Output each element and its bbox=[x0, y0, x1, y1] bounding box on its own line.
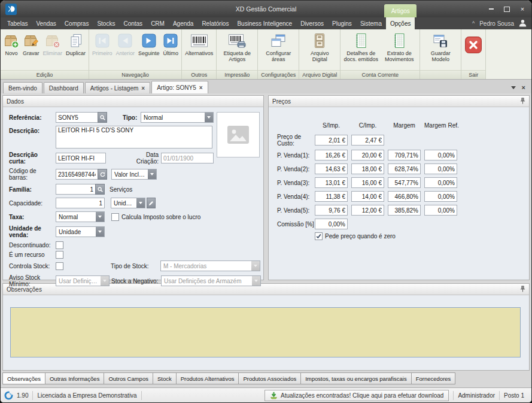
tab-list-dropdown-icon[interactable] bbox=[511, 86, 516, 89]
price-field[interactable] bbox=[315, 150, 348, 160]
price-field[interactable] bbox=[315, 205, 348, 216]
familia-input[interactable] bbox=[56, 184, 95, 195]
menu-item-stocks[interactable]: Stocks bbox=[93, 17, 119, 29]
menu-item-tabelas[interactable]: Tabelas bbox=[3, 17, 32, 29]
ribbon-button-ultimo[interactable]: Último bbox=[162, 31, 181, 57]
capacidade-input[interactable] bbox=[56, 198, 105, 208]
contextual-tab-artigos[interactable]: Artigos bbox=[384, 4, 417, 17]
recurso-checkbox[interactable] bbox=[56, 251, 63, 259]
taxa-select[interactable]: Normal bbox=[56, 211, 105, 222]
bottom-tab-produtos-associados[interactable]: Produtos Associados bbox=[238, 372, 301, 384]
menu-item-relatorios[interactable]: Relatórios bbox=[197, 17, 233, 29]
bottom-tab-outros-campos[interactable]: Outros Campos bbox=[104, 372, 153, 384]
ribbon-button-extrato-de-movimentos[interactable]: Extrato de Movimentos bbox=[380, 31, 418, 63]
price-field[interactable] bbox=[424, 205, 457, 216]
user-area[interactable]: ^ Pedro Sousa bbox=[472, 17, 529, 29]
ribbon-button-gravar[interactable]: Gravar bbox=[21, 31, 41, 57]
observacoes-textarea[interactable] bbox=[10, 307, 521, 357]
maximize-button[interactable] bbox=[503, 5, 511, 13]
ribbon-button-sair[interactable] bbox=[463, 31, 484, 54]
ribbon-button-novo[interactable]: Novo bbox=[2, 31, 21, 57]
minimize-button[interactable] bbox=[487, 5, 495, 13]
bottom-tab-produtos-alternativos[interactable]: Produtos Alternativos bbox=[176, 372, 239, 384]
ribbon-button-alternativos[interactable]: Alternativos bbox=[183, 31, 215, 57]
pin-icon[interactable] bbox=[520, 98, 525, 105]
codigo-barras-input[interactable] bbox=[56, 169, 98, 180]
price-field[interactable] bbox=[315, 191, 348, 202]
bottom-tab-impostos-taxas-ou-encargos-parafiscais[interactable]: Impostos, taxas ou encargos parafiscais bbox=[300, 372, 412, 384]
price-field[interactable] bbox=[315, 219, 348, 229]
price-field[interactable] bbox=[424, 191, 457, 202]
ribbon-button-etiqueta-de-artigos[interactable]: Etiqueta de Artigos bbox=[218, 31, 256, 63]
menu-item-crm[interactable]: CRM bbox=[147, 17, 169, 29]
descontinuado-checkbox[interactable] bbox=[56, 241, 63, 249]
collapse-ribbon-icon[interactable]: ^ bbox=[472, 20, 475, 26]
codigo-barras-generate-button[interactable] bbox=[98, 169, 107, 180]
menu-item-business-inteligence[interactable]: Business Inteligence bbox=[233, 17, 296, 29]
close-tab-icon[interactable]: × bbox=[199, 84, 203, 91]
ribbon-button-seguinte[interactable]: Seguinte bbox=[136, 31, 162, 57]
ribbon-button-detalhes-de-docs-emitidos[interactable]: Detalhes de docs. emitidos bbox=[342, 31, 380, 63]
menu-item-plugins[interactable]: Plugins bbox=[328, 17, 356, 29]
price-field[interactable] bbox=[424, 177, 457, 188]
pin-icon[interactable] bbox=[520, 286, 525, 293]
price-field[interactable] bbox=[388, 163, 421, 174]
menu-item-diversos[interactable]: Diversos bbox=[296, 17, 328, 29]
descricao-textarea[interactable]: LEITOR HI-FI 5 CD'S SONY bbox=[56, 126, 212, 149]
price-field[interactable] bbox=[388, 150, 421, 160]
tab-bem-vindo[interactable]: Bem-vindo bbox=[3, 82, 42, 93]
descricao-curta-input[interactable] bbox=[56, 153, 106, 163]
menu-item-vendas[interactable]: Vendas bbox=[32, 17, 60, 29]
price-field[interactable] bbox=[424, 150, 457, 160]
stock-negativo-label: Stock a Negativo: bbox=[111, 278, 161, 284]
price-field[interactable] bbox=[388, 191, 421, 202]
menu-item-compras[interactable]: Compras bbox=[60, 17, 93, 29]
menu-item-sistema[interactable]: Sistema bbox=[356, 17, 386, 29]
tab-artigo-sony5[interactable]: Artigo: SONY5× bbox=[151, 81, 208, 93]
pede-preco-checkbox[interactable] bbox=[315, 232, 323, 240]
price-field[interactable] bbox=[388, 177, 421, 188]
price-field[interactable] bbox=[351, 205, 384, 216]
price-field[interactable] bbox=[351, 177, 384, 188]
price-field[interactable] bbox=[315, 135, 348, 146]
referencia-input[interactable] bbox=[56, 112, 98, 123]
ribbon-button-duplicar[interactable]: Duplicar bbox=[64, 31, 87, 57]
data-criacao-input[interactable] bbox=[161, 153, 214, 163]
bottom-tab-stock[interactable]: Stock bbox=[153, 372, 177, 384]
valor-incluido-select[interactable]: Valor Incluído bbox=[111, 169, 157, 180]
bottom-tab-outras-informacoes[interactable]: Outras Informações bbox=[45, 372, 104, 384]
price-field[interactable] bbox=[315, 177, 348, 188]
price-field[interactable] bbox=[351, 191, 384, 202]
close-button[interactable]: × bbox=[518, 5, 527, 13]
ribbon-button-arquivo-digital[interactable]: Arquivo Digital bbox=[300, 31, 339, 63]
menu-item-agenda[interactable]: Agenda bbox=[169, 17, 197, 29]
bottom-tab-observacoes[interactable]: Observações bbox=[2, 372, 45, 384]
price-field[interactable] bbox=[351, 150, 384, 160]
price-column-header: Margem Ref. bbox=[424, 122, 457, 129]
tab-label: Artigos - Listagem bbox=[90, 85, 139, 92]
update-notification[interactable]: Atualizações encontradas! Clique aqui pa… bbox=[265, 390, 449, 401]
ribbon-button-configurar-areas[interactable]: Configurar áreas bbox=[259, 31, 297, 63]
capacidade-edit-button[interactable] bbox=[147, 198, 156, 208]
controla-stock-checkbox[interactable] bbox=[56, 262, 63, 270]
menu-item-contas[interactable]: Contas bbox=[119, 17, 147, 29]
calcula-imposto-checkbox[interactable] bbox=[111, 213, 119, 221]
price-field[interactable] bbox=[351, 163, 384, 174]
price-field[interactable] bbox=[424, 163, 457, 174]
product-image-placeholder[interactable] bbox=[217, 112, 260, 157]
tipo-select[interactable]: Normal bbox=[141, 112, 214, 123]
price-field[interactable] bbox=[388, 205, 421, 216]
capacidade-unidade-select[interactable]: Unidade bbox=[111, 198, 145, 208]
menu-item-opcoes[interactable]: OpçõesArtigos bbox=[386, 17, 415, 29]
bottom-tab-fornecedores[interactable]: Fornecedores bbox=[411, 372, 456, 384]
price-field[interactable] bbox=[351, 135, 384, 146]
tab-dashboard[interactable]: Dashboard bbox=[44, 82, 84, 93]
price-field[interactable] bbox=[315, 163, 348, 174]
unidade-venda-select[interactable]: Unidade bbox=[56, 226, 105, 237]
referencia-search-button[interactable] bbox=[98, 112, 107, 123]
tab-artigos-listagem[interactable]: Artigos - Listagem× bbox=[85, 82, 150, 93]
ribbon-button-guardar-modelo[interactable]: Guardar Modelo bbox=[421, 31, 460, 63]
close-tab-icon[interactable]: × bbox=[141, 85, 145, 92]
close-tab-icon[interactable]: × bbox=[522, 84, 525, 91]
familia-search-button[interactable] bbox=[95, 184, 105, 195]
